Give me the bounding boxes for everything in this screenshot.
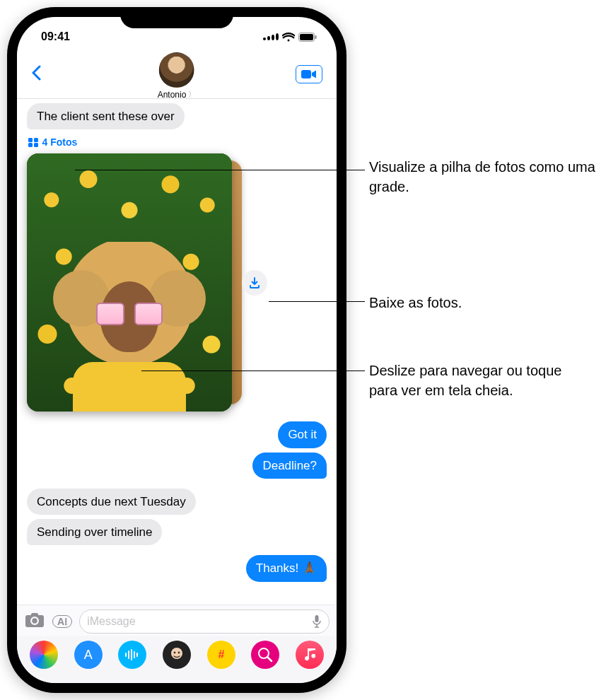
camera-icon [24,612,45,629]
chevron-left-icon [31,65,41,81]
input-placeholder: iMessage [87,615,135,628]
message-received[interactable]: Concepts due next Tuesday [27,489,196,515]
svg-line-15 [267,657,272,661]
photos-grid-button[interactable]: 4 Fotos [28,136,77,148]
status-indicators [263,33,317,42]
facetime-button[interactable] [296,65,322,83]
svg-rect-4 [315,615,319,622]
globe-search-icon [257,647,273,663]
message-received[interactable]: The client sent these over [27,103,185,129]
screen: 09:41 Antonio 〉 [17,17,337,683]
tray-globe-icon[interactable] [251,641,279,669]
appstore-a-icon: А⁞ [57,616,67,627]
message-sent[interactable]: Deadline? [252,453,327,479]
callout-download: Baixe as fotos. [369,293,462,313]
photo-stack-front[interactable] [27,153,232,412]
message-received[interactable]: Sending over timeline [27,519,162,545]
dictate-icon[interactable] [312,614,322,629]
messages-list[interactable]: The client sent these over 4 Fotos [17,99,337,605]
contact-button[interactable]: Antonio 〉 [158,52,197,100]
svg-point-11 [174,652,176,654]
tray-music-icon[interactable] [296,641,324,669]
contact-name: Antonio [158,90,187,100]
callout-leader-line [269,301,365,302]
svg-rect-3 [301,70,311,78]
svg-text:#: # [218,648,224,660]
battery-icon [298,33,317,42]
message-input[interactable]: iMessage [79,609,330,634]
compose-bar: А⁞ iMessage [17,605,337,636]
phone-frame: 09:41 Antonio 〉 [7,7,346,693]
back-button[interactable] [31,65,51,83]
music-note-icon [304,648,315,661]
status-time: 09:41 [41,30,70,43]
callout-leader-line [75,170,365,170]
photo-stack[interactable] [27,153,232,412]
waveform-icon [124,649,140,660]
app-drawer-button[interactable]: А⁞ [52,615,72,628]
callout-grid: Visualize a pilha de fotos como uma grad… [369,157,595,197]
download-button[interactable] [242,270,267,296]
photos-count-label: 4 Fotos [42,136,78,148]
appstore-icon: A [84,648,93,663]
conversation-header: Antonio 〉 [17,49,337,99]
message-sent[interactable]: Thanks! 🙏🏾 [246,555,327,581]
tray-photos-icon[interactable] [30,641,58,669]
wifi-icon [282,33,295,42]
tray-audio-icon[interactable] [118,641,146,669]
message-sent[interactable]: Got it [278,421,327,448]
callout-swipe: Deslize para navegar ou toque para ver e… [369,361,581,400]
app-tray: A # [17,636,337,683]
tray-appstore-icon[interactable]: A [74,641,103,669]
svg-rect-2 [315,35,317,39]
avatar [159,52,194,88]
chevron-right-icon: 〉 [188,89,196,100]
tray-images-icon[interactable]: # [207,641,235,669]
notch [120,7,233,28]
hashtag-icon: # [214,648,228,662]
camera-button[interactable] [24,612,45,631]
callout-leader-line [141,371,365,371]
grid-icon [28,138,38,148]
photo-subject [59,242,200,412]
svg-rect-1 [300,34,313,40]
memoji-icon [168,646,186,664]
download-icon [248,276,261,289]
cellular-icon [263,33,279,40]
svg-point-12 [178,652,180,654]
tray-memoji-icon[interactable] [163,641,191,669]
video-icon [301,69,317,79]
